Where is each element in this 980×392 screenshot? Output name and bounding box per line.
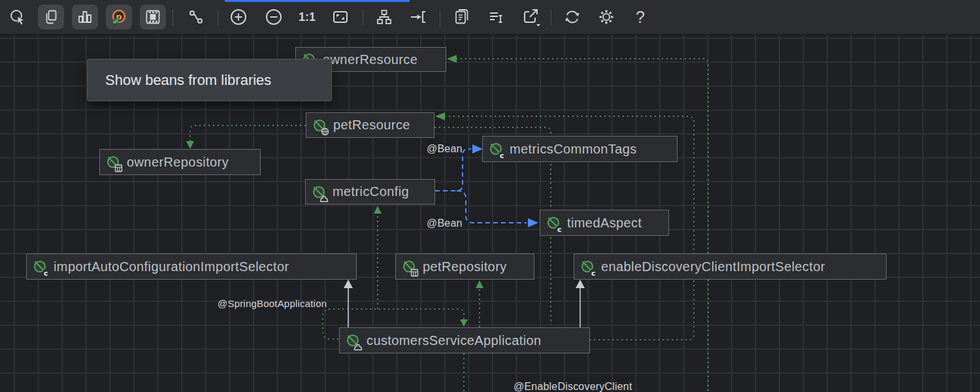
apply-layout-icon: [409, 8, 427, 26]
node-icon: [105, 154, 121, 170]
hierarchy-layout-icon: [375, 8, 393, 26]
node-label: petRepository: [423, 259, 507, 274]
active-tab-accent: [225, 0, 410, 2]
node-label: importAutoConfigurationImportSelector: [54, 259, 289, 274]
node-icon: c: [488, 141, 504, 157]
arrowhead-petRepository: [476, 280, 483, 288]
node-icon: c: [32, 259, 48, 274]
node-label: metricsCommonTags: [510, 142, 637, 157]
class-badge-icon: c: [498, 152, 506, 160]
arrowhead-enableDiscoverySelector: [576, 280, 585, 288]
copy-diagram-button[interactable]: [451, 5, 473, 29]
refresh-icon: [563, 7, 582, 27]
edit-node-labels-button[interactable]: [485, 5, 508, 29]
arrowhead-ownerResource: [447, 55, 457, 63]
tooltip-text: Show beans from libraries: [105, 72, 271, 89]
node-enableDiscoveryClientImportSelector[interactable]: cenableDiscoveryClientImportSelector: [574, 253, 887, 280]
export-icon: [521, 7, 541, 27]
statistics-button[interactable]: [72, 5, 98, 29]
edge-label-bean-2: @Bean: [427, 218, 463, 229]
edge-petResource-ownerRepository: [190, 125, 306, 142]
diagram-toolbar: p: [0, 0, 980, 35]
edge-label-bean-1: @Bean: [427, 143, 463, 155]
configuration-badge-icon: [353, 343, 363, 351]
fit-content-icon: [331, 8, 350, 26]
edge-label-enable-discovery-client: @EnableDiscoveryClient: [514, 381, 632, 392]
node-label: petResource: [333, 118, 410, 133]
filmstrip-button[interactable]: [140, 5, 166, 29]
actual-size-label: 1:1: [299, 10, 316, 24]
edge-label-spring-boot-application: @SpringBootApplication: [218, 298, 327, 309]
export-diagram-button[interactable]: [520, 5, 542, 29]
edge-bean-metricsCommonTags: [435, 149, 471, 191]
pointer-target-button[interactable]: [7, 5, 29, 29]
toolbar-separator: [218, 9, 218, 25]
node-icon: [312, 118, 327, 133]
class-badge-icon: c: [42, 269, 50, 278]
zoom-out-icon: [264, 7, 284, 27]
node-icon: c: [580, 259, 595, 274]
arrowhead-ownerRepository: [186, 141, 194, 149]
toolbar-separator: [440, 9, 440, 25]
node-label: metricConfig: [333, 184, 409, 199]
arrowhead-metricConfig: [374, 206, 382, 214]
spring-boot-icon: p: [110, 8, 128, 26]
apply-current-layout-button[interactable]: [407, 5, 429, 29]
node-ownerRepository[interactable]: ownerRepository: [99, 149, 261, 175]
toolbar-separator: [172, 9, 173, 25]
arrowhead-customersService-top: [460, 319, 468, 327]
repository-grid-badge-icon: [114, 164, 123, 172]
zoom-out-button[interactable]: [263, 5, 285, 29]
arrowhead-importSelector: [344, 280, 353, 288]
node-petRepository[interactable]: petRepository: [395, 253, 534, 280]
tooltip-show-beans-from-libraries: Show beans from libraries: [87, 59, 332, 101]
refresh-button[interactable]: [561, 5, 583, 29]
repository-grid-badge-icon: [410, 269, 419, 277]
node-petResource[interactable]: petResource: [306, 112, 434, 138]
spring-beans-diagram-window: ownerResourcepetResourceownerRepositoryc…: [0, 0, 980, 392]
text-size-icon: [487, 8, 506, 26]
dropdown-caret-icon: [536, 24, 540, 27]
node-icon: [345, 333, 361, 348]
fit-content-button[interactable]: [329, 5, 351, 29]
node-icon: [311, 184, 327, 200]
zoom-in-button[interactable]: [227, 5, 250, 29]
node-label: enableDiscoveryClientImportSelector: [601, 259, 825, 274]
node-label: ownerResource: [323, 52, 417, 67]
copy-icon: [42, 8, 59, 25]
help-button[interactable]: ?: [629, 5, 651, 29]
node-metricConfig[interactable]: metricConfig: [305, 179, 435, 204]
node-icon: c: [546, 215, 561, 231]
copy-diagram-icon: [453, 8, 471, 26]
toolbar-separator: [363, 9, 363, 25]
connector-icon: [187, 8, 205, 26]
zoom-in-icon: [229, 7, 248, 27]
node-label: ownerRepository: [127, 155, 229, 170]
bar-chart-icon: [76, 8, 93, 25]
node-icon: [401, 259, 417, 274]
node-timedAspect[interactable]: ctimedAspect: [540, 210, 669, 236]
layout-hierarchy-button[interactable]: [373, 5, 395, 29]
node-customersServiceApplication[interactable]: customersServiceApplication: [339, 327, 590, 353]
settings-button[interactable]: [595, 5, 617, 29]
actual-size-button[interactable]: 1:1: [296, 5, 318, 29]
node-importAutoConfigurationImportSelector[interactable]: cimportAutoConfigurationImportSelector: [26, 253, 357, 280]
copy-elements-button[interactable]: [38, 5, 64, 29]
node-label: timedAspect: [567, 216, 642, 231]
node-label: customersServiceApplication: [367, 333, 542, 348]
help-icon: ?: [636, 8, 645, 27]
class-badge-icon: c: [589, 269, 598, 278]
configuration-badge-icon: [319, 195, 329, 203]
arrowhead-metricsCommonTags: [472, 144, 483, 154]
gear-icon: [596, 7, 616, 27]
arrowhead-timedAspect: [528, 218, 538, 227]
rest-globe-badge-icon: [321, 127, 329, 136]
toolbar-separator: [551, 9, 551, 25]
filmstrip-icon: [144, 8, 161, 25]
edge-bean-timedAspect: [457, 191, 527, 223]
show-library-beans-button[interactable]: p: [106, 5, 132, 29]
class-badge-icon: c: [555, 225, 564, 234]
show-edge-labels-button[interactable]: [185, 5, 207, 29]
arrowhead-petResource: [435, 112, 445, 120]
node-metricsCommonTags[interactable]: cmetricsCommonTags: [482, 136, 678, 162]
